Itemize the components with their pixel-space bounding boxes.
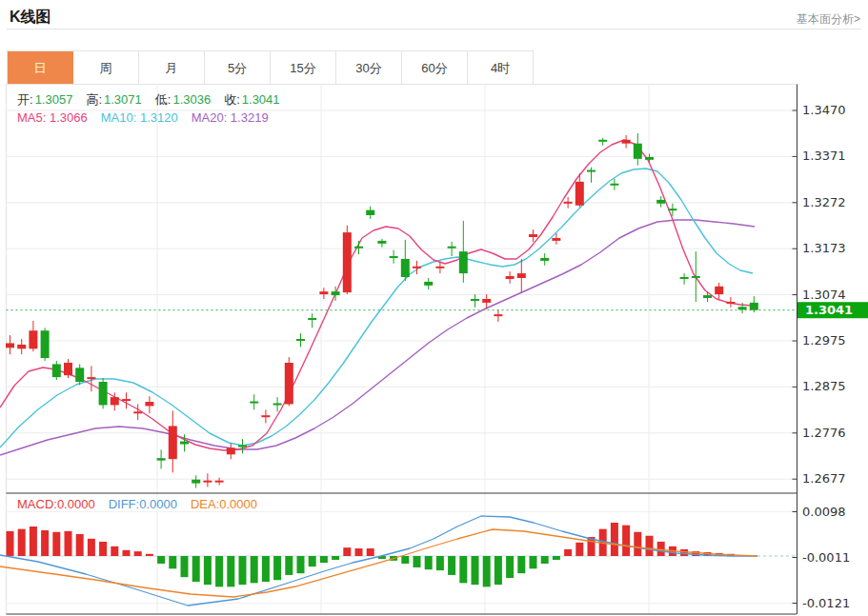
macd-legend: MACD:0.0000DIFF:0.0000DEA:0.0000 [17,497,271,511]
macd-bar [297,556,305,573]
candle-body [111,397,119,405]
macd-bar [309,556,316,566]
candle-body [41,330,50,358]
macd-bar [273,556,281,580]
macd-bar [622,526,630,556]
candle-body [494,314,502,316]
macd-bar [146,554,153,556]
macd-bar [134,551,142,556]
ohlc-label: 低: [155,92,172,107]
ohlc-label: 收: [224,92,240,107]
axis-label: 1.2875 [802,379,846,393]
candle-body [285,363,293,405]
axis-label: 1.3272 [802,195,846,209]
candle-body [435,267,444,268]
candle-body [133,411,142,413]
candle-body [227,447,235,454]
axis-label: 1.3041 [805,303,853,317]
candle-body [413,267,421,268]
candle-body [622,140,631,144]
macd-bar [401,556,409,564]
axis-label: 0.0098 [802,505,846,519]
ma10-line [0,169,753,447]
axis-label: 1.3173 [802,241,846,255]
candle-body [122,399,131,401]
macd-bar [611,523,618,556]
macd-bar [459,556,467,583]
candle-body [99,382,108,405]
candle-body [343,232,352,292]
candle-body [145,402,153,406]
macd-bar [251,556,258,583]
dea-line [0,529,757,597]
macd-bar [634,532,641,556]
macd-bar [367,548,374,556]
macd-bar [530,556,537,568]
candle-body [587,170,595,172]
ma-legend: MA5: 1.3066MA10: 1.3120MA20: 1.3219 [17,110,282,125]
macd-bar [343,547,351,556]
candle-body [448,247,456,248]
macd-bar [52,532,60,556]
kline-page: K线图 基本面分析> 日周月5分15分30分60分4时 1.34701.3371… [0,0,868,616]
candle-body [215,481,224,483]
candle-body [482,299,491,303]
candle-body [6,343,14,348]
macd-bar [646,536,654,556]
candle-body [424,282,433,286]
candle-body [668,209,676,210]
candle-body [598,140,607,142]
candle-body [726,302,735,304]
ohlc-legend: 开:1.3057高:1.3071低:1.3036收:1.3041 [17,91,293,109]
macd-bar [436,556,444,570]
macd-bar [192,556,200,582]
candle-body [296,339,305,341]
macd-bar [227,556,234,586]
candle-body [75,368,84,382]
axis-label: 1.2677 [802,471,846,486]
candle-body [750,303,758,310]
candle-body [169,426,177,459]
macd-bar [99,542,107,556]
candle-body [703,295,712,298]
candle-body [401,259,410,277]
candle-body [238,446,247,447]
ohlc-value: 1.3071 [104,92,142,107]
ohlc-label: 开: [17,92,33,107]
macd-bar [495,556,502,585]
macd-bar [111,546,118,556]
candle-body [17,345,26,348]
macd-bar [7,531,14,556]
macd-bar [320,556,328,563]
macd-bar [169,556,176,568]
macd-bar [425,556,433,569]
candle-body [354,247,363,248]
candle-body [575,182,584,206]
macd-bar [517,556,525,573]
candle-body [52,364,61,377]
candle-body [564,202,573,204]
macd-bar [41,530,49,556]
candle-body [692,276,700,278]
legend-item: MA20: 1.3219 [192,110,269,125]
macd-bar [448,556,455,575]
macd-bar [239,556,247,585]
ohlc-value: 1.3057 [35,92,73,107]
candle-body [540,258,549,261]
legend-item: DIFF:0.0000 [109,497,177,511]
macd-bar [414,556,421,567]
axis-label: 1.3074 [802,288,846,302]
macd-bar [30,527,37,556]
macd-bar [65,531,72,556]
candle-body [634,144,642,159]
macd-bar [285,556,293,575]
macd-bar [575,543,583,556]
macd-bar [157,556,165,564]
macd-bar [332,556,339,560]
macd-bar [472,556,479,585]
candle-body [552,238,560,241]
macd-bar [262,556,270,582]
macd-bar [123,550,131,556]
ohlc-value: 1.3036 [172,92,211,107]
macd-bar [541,556,549,564]
